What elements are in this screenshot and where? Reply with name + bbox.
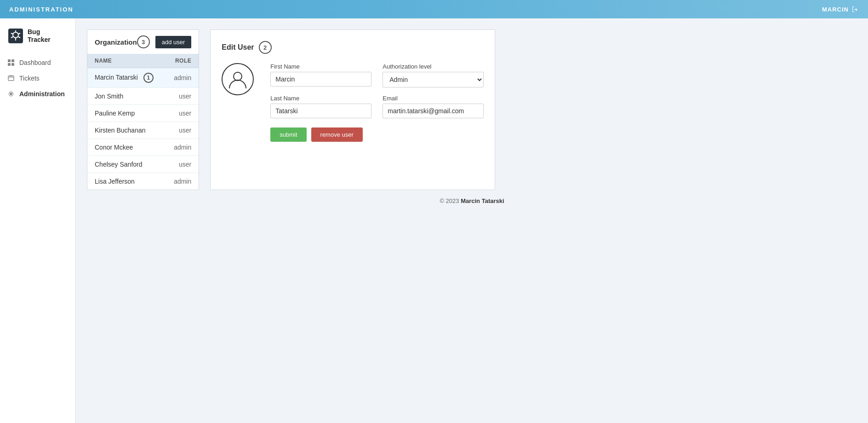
col-header-role: ROLE — [165, 54, 199, 68]
sidebar-item-dashboard[interactable]: Dashboard — [0, 55, 75, 70]
table-row[interactable]: Chelsey Sanforduser — [87, 156, 199, 173]
footer-author: Marcin Tatarski — [461, 197, 504, 204]
sidebar-item-tickets[interactable]: Tickets — [0, 71, 75, 86]
step-badge-2: 2 — [259, 41, 272, 54]
first-name-group: First Name — [270, 63, 371, 87]
top-content: Organization 3 add user NAME ROLE — [87, 29, 857, 190]
user-name-cell: Kirsten Buchanan — [87, 122, 165, 139]
col-header-name: NAME — [87, 54, 165, 68]
sidebar-item-label-administration: Administration — [19, 90, 65, 98]
table-row[interactable]: Jon Smithuser — [87, 88, 199, 105]
edit-title: Edit User — [222, 43, 254, 52]
user-role-cell: user — [165, 122, 199, 139]
sidebar-item-label-dashboard: Dashboard — [19, 59, 51, 66]
org-title: Organization — [95, 38, 137, 46]
user-name-cell: Conor Mckee — [87, 139, 165, 156]
auth-level-label: Authorization level — [383, 63, 484, 70]
table-row[interactable]: Marcin Tatarski1admin — [87, 68, 199, 88]
svg-rect-10 — [8, 63, 11, 66]
layout: Bug Tracker Dashboard — [0, 18, 868, 423]
svg-rect-8 — [8, 59, 11, 62]
form-row-1: First Name Authorization level Admin Use… — [270, 63, 484, 87]
first-name-label: First Name — [270, 63, 371, 70]
step-badge-1: 1 — [143, 73, 154, 83]
user-name-cell: Lisa Jefferson — [87, 173, 165, 190]
user-name-cell: Jon Smith — [87, 88, 165, 105]
table-row[interactable]: Kirsten Buchananuser — [87, 122, 199, 139]
table-row[interactable]: Pauline Kempuser — [87, 105, 199, 122]
table-row[interactable]: Lisa Jeffersonadmin — [87, 173, 199, 190]
org-header-right: 3 add user — [137, 35, 192, 48]
user-name-cell: Pauline Kemp — [87, 105, 165, 122]
user-role-cell: user — [165, 105, 199, 122]
user-table: NAME ROLE Marcin Tatarski1adminJon Smith… — [87, 54, 199, 190]
step-badge-3: 3 — [137, 35, 150, 48]
svg-rect-9 — [11, 59, 14, 62]
submit-button[interactable]: submit — [270, 127, 306, 142]
svg-rect-12 — [8, 76, 14, 81]
logo-area: Bug Tracker — [0, 28, 75, 55]
svg-rect-11 — [11, 63, 14, 66]
user-role-cell: admin — [165, 139, 199, 156]
footer: © 2023 Marcin Tatarski — [87, 190, 857, 212]
remove-user-button[interactable]: remove user — [311, 127, 363, 142]
logout-icon[interactable] — [851, 6, 859, 13]
user-role-cell: user — [165, 156, 199, 173]
user-role-cell: admin — [165, 68, 199, 88]
action-buttons: submit remove user — [270, 127, 484, 142]
form-section: First Name Authorization level Admin Use… — [270, 63, 484, 142]
logo-text: Bug Tracker — [28, 28, 51, 44]
table-row[interactable]: Conor Mckeeadmin — [87, 139, 199, 156]
main-content: Organization 3 add user NAME ROLE — [76, 18, 868, 423]
edit-form-body: First Name Authorization level Admin Use… — [222, 63, 484, 142]
org-header: Organization 3 add user — [87, 30, 199, 54]
auth-level-group: Authorization level Admin User — [383, 63, 484, 87]
sidebar-item-administration[interactable]: Administration — [0, 87, 75, 101]
header-user-area: MARCIN — [822, 6, 859, 13]
sidebar-item-label-tickets: Tickets — [19, 75, 40, 82]
ticket-icon — [7, 75, 15, 82]
email-label: Email — [383, 95, 484, 102]
add-user-button[interactable]: add user — [155, 36, 192, 48]
bug-tracker-logo-icon — [7, 28, 24, 44]
avatar-container — [222, 63, 254, 137]
header-username: MARCIN — [822, 6, 849, 13]
table-header-row: NAME ROLE — [87, 54, 199, 68]
last-name-input[interactable] — [270, 104, 371, 118]
svg-rect-14 — [10, 75, 11, 77]
svg-point-16 — [10, 93, 12, 95]
user-name-cell: Marcin Tatarski1 — [87, 68, 165, 88]
user-role-cell: admin — [165, 173, 199, 190]
email-group: Email — [383, 95, 484, 118]
edit-header: Edit User 2 — [222, 41, 484, 54]
last-name-group: Last Name — [270, 95, 371, 118]
organization-section: Organization 3 add user NAME ROLE — [87, 29, 199, 190]
grid-icon — [7, 59, 15, 66]
first-name-input[interactable] — [270, 72, 371, 87]
svg-rect-15 — [11, 75, 12, 77]
sidebar-nav: Dashboard Tickets — [0, 55, 75, 101]
header-title: ADMINISTRATION — [9, 6, 74, 13]
email-input[interactable] — [383, 104, 484, 118]
avatar — [222, 63, 254, 95]
gear-icon — [7, 90, 15, 98]
form-row-2: Last Name Email — [270, 95, 484, 118]
user-table-body: Marcin Tatarski1adminJon SmithuserPaulin… — [87, 68, 199, 190]
user-role-cell: user — [165, 88, 199, 105]
last-name-label: Last Name — [270, 95, 371, 102]
edit-user-panel: Edit User 2 — [210, 29, 495, 190]
footer-text: © 2023 Marcin Tatarski — [440, 197, 504, 204]
user-name-cell: Chelsey Sanford — [87, 156, 165, 173]
svg-point-17 — [234, 72, 242, 81]
user-avatar-icon — [228, 69, 248, 89]
auth-level-select[interactable]: Admin User — [383, 72, 484, 87]
top-header: ADMINISTRATION MARCIN — [0, 0, 868, 18]
sidebar: Bug Tracker Dashboard — [0, 18, 76, 423]
